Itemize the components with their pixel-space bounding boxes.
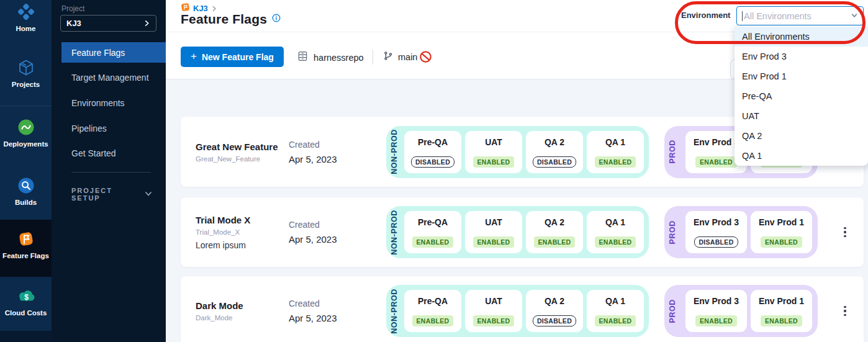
nonprod-zone: NON-PRODPre-QAENABLEDUATENABLEDQA 2ENABL… xyxy=(386,206,649,258)
nonprod-zone: NON-PRODPre-QAENABLEDUATENABLEDQA 2DISAB… xyxy=(386,285,649,337)
flag-info: Trial Mode XTrial_Mode_XLorem ipsum xyxy=(196,215,287,250)
env-state-badge: ENABLED xyxy=(695,156,737,168)
env-card-uat[interactable]: UATENABLED xyxy=(465,290,522,332)
branch-name: main xyxy=(398,52,417,62)
env-name: Env Prod 3 xyxy=(694,217,739,227)
env-card-pre-qa[interactable]: Pre-QADISABLED xyxy=(404,131,461,173)
plus-icon: + xyxy=(191,50,197,63)
created-label: Created xyxy=(289,299,363,308)
flag-identifier: Great_New_Feature xyxy=(196,155,287,163)
env-option-all-environments[interactable]: All Environments xyxy=(735,27,868,47)
created-label: Created xyxy=(289,140,363,150)
env-state-badge: ENABLED xyxy=(473,236,515,248)
flag-identifier: Trial_Mode_X xyxy=(196,228,287,236)
env-state-badge: ENABLED xyxy=(412,315,454,326)
flag-row-trial-mode-x[interactable]: Trial Mode XTrial_Mode_XLorem ipsumCreat… xyxy=(181,197,864,267)
created-date: Apr 5, 2023 xyxy=(289,154,363,164)
env-option-qa-1[interactable]: QA 1 xyxy=(735,146,868,166)
row-menu-button[interactable] xyxy=(839,304,851,318)
env-card-pre-qa[interactable]: Pre-QAENABLED xyxy=(404,211,461,253)
env-option-qa-2[interactable]: QA 2 xyxy=(735,126,868,146)
env-card-uat[interactable]: UATENABLED xyxy=(465,131,522,173)
toolbar-divider xyxy=(373,50,373,65)
env-card-env-prod-1[interactable]: Env Prod 1ENABLED xyxy=(751,290,812,332)
env-option-env-prod-1[interactable]: Env Prod 1 xyxy=(735,66,868,86)
project-setup-toggle[interactable]: PROJECT SETUP xyxy=(71,187,152,202)
project-selector[interactable]: KJ3 xyxy=(60,15,156,32)
environment-filter-label: Environment xyxy=(681,11,733,20)
repo-selector[interactable]: harnessrepo xyxy=(297,51,364,64)
rail-item-cloud-costs[interactable]: $Cloud Costs xyxy=(0,277,52,334)
flag-description: Lorem ipsum xyxy=(196,240,287,250)
env-name: Pre-QA xyxy=(418,137,448,147)
env-card-qa-1[interactable]: QA 1ENABLED xyxy=(587,211,644,253)
chevron-down-icon xyxy=(851,11,858,22)
env-card-qa-2[interactable]: QA 2ENABLED xyxy=(526,211,583,253)
rail-item-label: Builds xyxy=(15,199,37,206)
nonprod-zone-label: NON-PROD xyxy=(390,129,403,174)
env-card-env-prod-3[interactable]: Env Prod 3DISABLED xyxy=(685,211,747,253)
env-option-uat[interactable]: UAT xyxy=(735,106,868,126)
env-state-badge: ENABLED xyxy=(534,236,576,248)
sidebar-item-get-started[interactable]: Get Started xyxy=(61,143,166,163)
env-state-badge: ENABLED xyxy=(695,315,737,326)
cloud-costs-icon: $ xyxy=(16,287,37,305)
env-card-qa-1[interactable]: QA 1ENABLED xyxy=(587,131,644,173)
env-name: UAT xyxy=(485,217,502,227)
env-card-env-prod-3[interactable]: Env Prod 3ENABLED xyxy=(685,290,747,332)
rail-separator xyxy=(0,106,52,106)
env-option-env-prod-3[interactable]: Env Prod 3 xyxy=(735,47,868,66)
branch-selector[interactable]: main xyxy=(383,51,417,63)
rail-item-label: Deployments xyxy=(3,140,48,148)
rail-item-deployments[interactable]: Deployments xyxy=(0,118,52,148)
sidebar-item-environments[interactable]: Environments xyxy=(61,92,166,113)
row-menu-button[interactable] xyxy=(839,225,851,240)
env-name: QA 1 xyxy=(605,137,625,147)
env-state-badge: DISABLED xyxy=(694,236,738,248)
env-state-badge: DISABLED xyxy=(533,315,576,326)
feature-flags-icon xyxy=(16,230,36,248)
flag-row-dark-mode[interactable]: Dark ModeDark_ModeCreatedApr 5, 2023NON-… xyxy=(181,276,864,342)
env-name: QA 2 xyxy=(545,296,564,306)
rail-item-builds[interactable]: Builds xyxy=(0,176,52,206)
env-card-pre-qa[interactable]: Pre-QAENABLED xyxy=(404,290,461,332)
new-feature-flag-button[interactable]: + New Feature Flag xyxy=(181,47,284,67)
env-state-badge: ENABLED xyxy=(412,236,454,248)
env-state-badge: DISABLED xyxy=(533,156,576,168)
flag-name: Great New Feature xyxy=(196,142,287,152)
env-state-badge: ENABLED xyxy=(595,156,636,168)
env-card-qa-2[interactable]: QA 2DISABLED xyxy=(526,131,583,173)
environment-select[interactable]: All Environments xyxy=(736,6,864,25)
environment-dropdown: All EnvironmentsEnv Prod 3Env Prod 1Pre-… xyxy=(735,26,868,166)
prod-zone-label: PROD xyxy=(668,220,684,245)
home-icon xyxy=(17,2,35,21)
svg-text:$: $ xyxy=(24,293,29,302)
created-date: Apr 5, 2023 xyxy=(289,234,363,245)
rail-item-feature-flags[interactable]: Feature Flags xyxy=(0,220,52,277)
env-card-qa-2[interactable]: QA 2DISABLED xyxy=(526,290,583,332)
env-card-uat[interactable]: UATENABLED xyxy=(465,211,522,253)
sidebar-item-pipelines[interactable]: Pipelines xyxy=(61,118,166,138)
sidebar-item-target-management[interactable]: Target Management xyxy=(61,67,166,88)
env-card-env-prod-1[interactable]: Env Prod 1ENABLED xyxy=(751,211,812,253)
project-sidebar: Project KJ3 Feature FlagsTarget Manageme… xyxy=(52,0,166,342)
environment-select-value: All Environments xyxy=(744,11,851,21)
env-name: QA 1 xyxy=(605,217,625,227)
prod-zone-label: PROD xyxy=(668,299,684,323)
project-label: Project xyxy=(61,4,84,13)
sidebar-item-feature-flags[interactable]: Feature Flags xyxy=(61,42,166,63)
env-state-badge: ENABLED xyxy=(595,236,636,248)
rail-item-projects[interactable]: Projects xyxy=(0,58,52,88)
repo-name: harnessrepo xyxy=(314,53,364,63)
env-name: UAT xyxy=(485,137,502,147)
page-title: Feature Flags xyxy=(181,12,267,27)
env-name: Env Prod 1 xyxy=(759,217,804,227)
created-date: Apr 5, 2023 xyxy=(289,313,363,323)
flag-name: Dark Mode xyxy=(196,300,287,311)
env-card-qa-1[interactable]: QA 1ENABLED xyxy=(587,290,644,332)
env-name: Pre-QA xyxy=(418,296,448,306)
rail-item-home[interactable]: Home xyxy=(0,2,52,32)
deployments-icon xyxy=(16,118,36,137)
env-option-pre-qa[interactable]: Pre-QA xyxy=(735,86,868,106)
info-icon[interactable] xyxy=(272,14,281,25)
